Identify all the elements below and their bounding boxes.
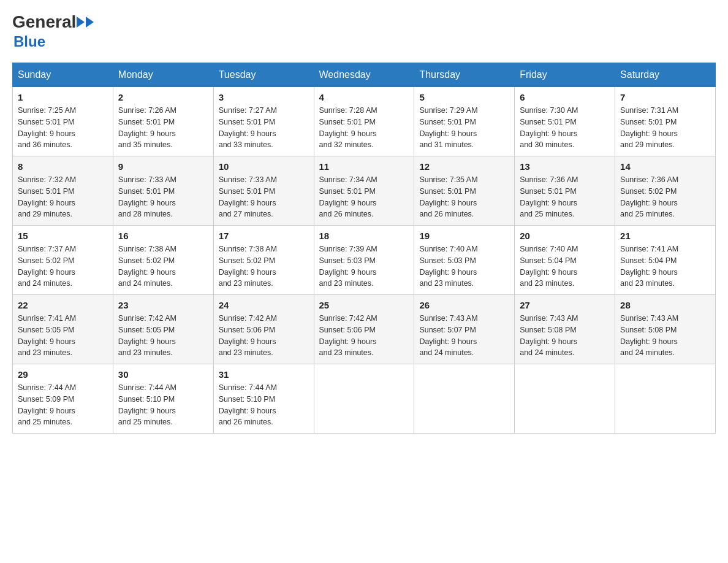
calendar-cell: 19 Sunrise: 7:40 AMSunset: 5:03 PMDaylig…	[414, 226, 515, 295]
day-info: Sunrise: 7:43 AMSunset: 5:07 PMDaylight:…	[419, 314, 477, 357]
weekday-header-sunday: Sunday	[13, 63, 113, 87]
day-info: Sunrise: 7:36 AMSunset: 5:02 PMDaylight:…	[620, 175, 678, 218]
calendar-cell: 28 Sunrise: 7:43 AMSunset: 5:08 PMDaylig…	[615, 295, 716, 364]
day-number: 24	[219, 300, 309, 310]
day-info: Sunrise: 7:29 AMSunset: 5:01 PMDaylight:…	[419, 106, 477, 149]
calendar-cell: 5 Sunrise: 7:29 AMSunset: 5:01 PMDayligh…	[414, 87, 515, 156]
calendar-cell: 2 Sunrise: 7:26 AMSunset: 5:01 PMDayligh…	[113, 87, 213, 156]
day-info: Sunrise: 7:41 AMSunset: 5:04 PMDaylight:…	[620, 245, 678, 288]
calendar-cell: 18 Sunrise: 7:39 AMSunset: 5:03 PMDaylig…	[314, 226, 414, 295]
day-number: 16	[118, 231, 208, 241]
day-info: Sunrise: 7:38 AMSunset: 5:02 PMDaylight:…	[219, 245, 277, 288]
logo-general-text: General	[12, 12, 76, 32]
calendar-cell	[314, 364, 414, 434]
calendar-week-row: 15 Sunrise: 7:37 AMSunset: 5:02 PMDaylig…	[13, 226, 716, 295]
day-number: 2	[118, 92, 208, 102]
day-info: Sunrise: 7:40 AMSunset: 5:04 PMDaylight:…	[520, 245, 578, 288]
day-number: 21	[620, 231, 710, 241]
calendar-cell: 13 Sunrise: 7:36 AMSunset: 5:01 PMDaylig…	[515, 156, 615, 226]
day-number: 19	[419, 231, 509, 241]
calendar-cell: 20 Sunrise: 7:40 AMSunset: 5:04 PMDaylig…	[515, 226, 615, 295]
calendar-cell: 29 Sunrise: 7:44 AMSunset: 5:09 PMDaylig…	[13, 364, 113, 434]
day-info: Sunrise: 7:33 AMSunset: 5:01 PMDaylight:…	[219, 175, 277, 218]
day-info: Sunrise: 7:25 AMSunset: 5:01 PMDaylight:…	[18, 106, 76, 149]
calendar-cell: 10 Sunrise: 7:33 AMSunset: 5:01 PMDaylig…	[213, 156, 314, 226]
calendar-cell: 9 Sunrise: 7:33 AMSunset: 5:01 PMDayligh…	[113, 156, 213, 226]
weekday-header-friday: Friday	[515, 63, 615, 87]
calendar-cell: 6 Sunrise: 7:30 AMSunset: 5:01 PMDayligh…	[515, 87, 615, 156]
day-number: 7	[620, 92, 710, 102]
weekday-header-monday: Monday	[113, 63, 213, 87]
day-number: 6	[520, 92, 610, 102]
day-info: Sunrise: 7:43 AMSunset: 5:08 PMDaylight:…	[620, 314, 678, 357]
page-header: General Blue	[12, 12, 716, 50]
calendar-cell	[615, 364, 716, 434]
weekday-header-thursday: Thursday	[414, 63, 515, 87]
weekday-header-tuesday: Tuesday	[213, 63, 314, 87]
day-info: Sunrise: 7:30 AMSunset: 5:01 PMDaylight:…	[520, 106, 578, 149]
calendar-table: SundayMondayTuesdayWednesdayThursdayFrid…	[12, 63, 716, 434]
day-info: Sunrise: 7:42 AMSunset: 5:06 PMDaylight:…	[319, 314, 377, 357]
calendar-cell: 8 Sunrise: 7:32 AMSunset: 5:01 PMDayligh…	[13, 156, 113, 226]
calendar-cell: 14 Sunrise: 7:36 AMSunset: 5:02 PMDaylig…	[615, 156, 716, 226]
weekday-header-wednesday: Wednesday	[314, 63, 414, 87]
day-number: 22	[18, 300, 108, 310]
calendar-cell: 16 Sunrise: 7:38 AMSunset: 5:02 PMDaylig…	[113, 226, 213, 295]
day-number: 9	[118, 161, 208, 172]
calendar-cell: 27 Sunrise: 7:43 AMSunset: 5:08 PMDaylig…	[515, 295, 615, 364]
day-info: Sunrise: 7:41 AMSunset: 5:05 PMDaylight:…	[18, 314, 76, 357]
day-info: Sunrise: 7:42 AMSunset: 5:06 PMDaylight:…	[219, 314, 277, 357]
day-number: 25	[319, 300, 409, 310]
day-number: 17	[219, 231, 309, 241]
day-info: Sunrise: 7:39 AMSunset: 5:03 PMDaylight:…	[319, 245, 377, 288]
day-number: 26	[419, 300, 509, 310]
day-number: 20	[520, 231, 610, 241]
day-info: Sunrise: 7:40 AMSunset: 5:03 PMDaylight:…	[419, 245, 477, 288]
day-info: Sunrise: 7:36 AMSunset: 5:01 PMDaylight:…	[520, 175, 578, 218]
calendar-cell	[515, 364, 615, 434]
day-info: Sunrise: 7:37 AMSunset: 5:02 PMDaylight:…	[18, 245, 76, 288]
day-number: 29	[18, 369, 108, 380]
day-number: 8	[18, 161, 108, 172]
calendar-cell: 24 Sunrise: 7:42 AMSunset: 5:06 PMDaylig…	[213, 295, 314, 364]
calendar-cell: 12 Sunrise: 7:35 AMSunset: 5:01 PMDaylig…	[414, 156, 515, 226]
calendar-cell: 3 Sunrise: 7:27 AMSunset: 5:01 PMDayligh…	[213, 87, 314, 156]
logo-arrow-icon1	[77, 17, 85, 28]
calendar-week-row: 8 Sunrise: 7:32 AMSunset: 5:01 PMDayligh…	[13, 156, 716, 226]
calendar-cell: 31 Sunrise: 7:44 AMSunset: 5:10 PMDaylig…	[213, 364, 314, 434]
day-number: 13	[520, 161, 610, 172]
day-info: Sunrise: 7:33 AMSunset: 5:01 PMDaylight:…	[118, 175, 176, 218]
day-number: 28	[620, 300, 710, 310]
day-number: 10	[219, 161, 309, 172]
calendar-cell: 23 Sunrise: 7:42 AMSunset: 5:05 PMDaylig…	[113, 295, 213, 364]
calendar-week-row: 22 Sunrise: 7:41 AMSunset: 5:05 PMDaylig…	[13, 295, 716, 364]
calendar-cell: 1 Sunrise: 7:25 AMSunset: 5:01 PMDayligh…	[13, 87, 113, 156]
day-info: Sunrise: 7:31 AMSunset: 5:01 PMDaylight:…	[620, 106, 678, 149]
day-info: Sunrise: 7:43 AMSunset: 5:08 PMDaylight:…	[520, 314, 578, 357]
calendar-cell: 26 Sunrise: 7:43 AMSunset: 5:07 PMDaylig…	[414, 295, 515, 364]
weekday-header-row: SundayMondayTuesdayWednesdayThursdayFrid…	[13, 63, 716, 87]
day-info: Sunrise: 7:32 AMSunset: 5:01 PMDaylight:…	[18, 175, 76, 218]
calendar-cell: 11 Sunrise: 7:34 AMSunset: 5:01 PMDaylig…	[314, 156, 414, 226]
day-info: Sunrise: 7:27 AMSunset: 5:01 PMDaylight:…	[219, 106, 277, 149]
day-number: 14	[620, 161, 710, 172]
calendar-cell: 21 Sunrise: 7:41 AMSunset: 5:04 PMDaylig…	[615, 226, 716, 295]
weekday-header-saturday: Saturday	[615, 63, 716, 87]
day-info: Sunrise: 7:28 AMSunset: 5:01 PMDaylight:…	[319, 106, 377, 149]
calendar-cell: 25 Sunrise: 7:42 AMSunset: 5:06 PMDaylig…	[314, 295, 414, 364]
day-number: 11	[319, 161, 409, 172]
logo: General Blue	[12, 12, 94, 50]
calendar-body: 1 Sunrise: 7:25 AMSunset: 5:01 PMDayligh…	[13, 87, 716, 434]
calendar-header: SundayMondayTuesdayWednesdayThursdayFrid…	[13, 63, 716, 87]
day-number: 15	[18, 231, 108, 241]
day-number: 4	[319, 92, 409, 102]
calendar-cell: 7 Sunrise: 7:31 AMSunset: 5:01 PMDayligh…	[615, 87, 716, 156]
calendar-cell: 30 Sunrise: 7:44 AMSunset: 5:10 PMDaylig…	[113, 364, 213, 434]
day-info: Sunrise: 7:38 AMSunset: 5:02 PMDaylight:…	[118, 245, 176, 288]
day-info: Sunrise: 7:42 AMSunset: 5:05 PMDaylight:…	[118, 314, 176, 357]
day-info: Sunrise: 7:26 AMSunset: 5:01 PMDaylight:…	[118, 106, 176, 149]
day-number: 12	[419, 161, 509, 172]
day-number: 30	[118, 369, 208, 380]
day-number: 3	[219, 92, 309, 102]
day-number: 1	[18, 92, 108, 102]
